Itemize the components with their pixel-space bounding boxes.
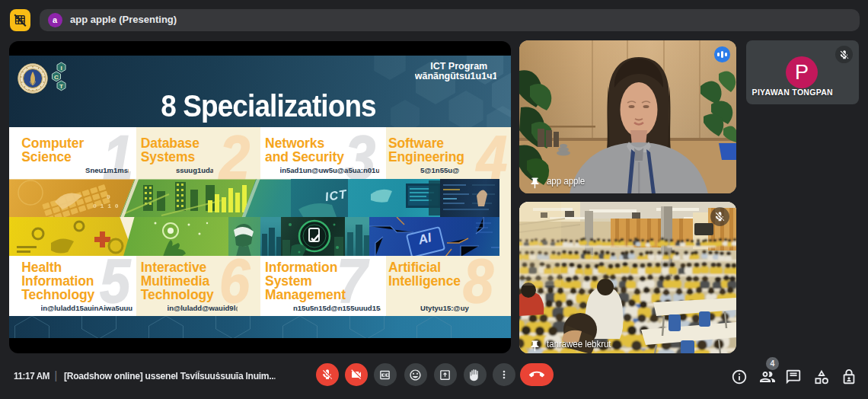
svg-text:I: I: [60, 65, 62, 72]
svg-text:0 1 1 0: 0 1 1 0: [93, 203, 119, 209]
svg-text:C: C: [54, 74, 59, 81]
svg-text:0: 0: [107, 193, 110, 200]
